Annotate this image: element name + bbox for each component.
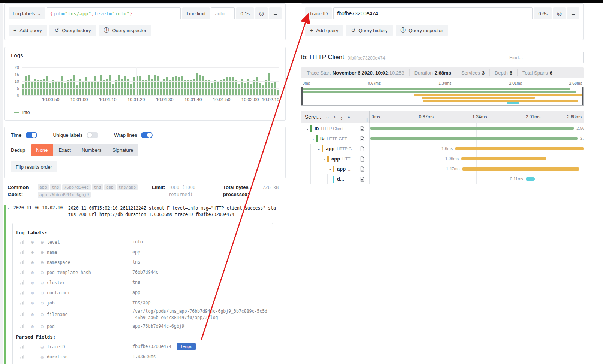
filter-out-icon[interactable]: ⊖ [37,259,47,265]
filter-out-icon[interactable]: ⊖ [37,324,47,330]
dedup-option-exact[interactable]: Exact [53,144,76,156]
page-scrollbar[interactable] [0,3,3,364]
filter-out-icon[interactable]: ⊖ [37,239,47,245]
disable-query-button[interactable]: ◎ [553,7,566,19]
span-bar-cell[interactable]: 1.6ms [370,144,584,154]
span-bar-cell[interactable]: 2.56ms [370,123,584,133]
query-inspector-button[interactable]: ⓘ Query inspector [396,25,448,36]
span-name-cell[interactable]: ⌄app... [301,164,370,174]
trace-minimap[interactable] [301,87,584,106]
query-inspector-button[interactable]: ⓘ Query inspector [99,25,152,36]
filter-out-icon[interactable]: ⊖ [37,290,47,296]
span-duration-bar[interactable] [370,137,578,140]
filter-out-icon[interactable]: ⊖ [37,270,47,276]
span-duration-bar[interactable] [455,147,584,150]
filter-for-icon[interactable]: ⊕ [27,290,37,296]
filter-for-icon[interactable]: ⊕ [27,312,37,318]
span-row-lb-httpget[interactable]: ⌄lbHTTP GET2.5ms [301,133,584,144]
split-pane-divider[interactable] [299,3,299,364]
span-duration-bar[interactable] [462,167,579,171]
remove-query-button[interactable]: – [567,7,579,19]
log-line[interactable]: ⌄ 2020-11-06 10:02:10 2020-11-06T15:02:1… [6,205,286,218]
eye-icon[interactable]: ◎ [37,354,47,360]
span-detail-icon[interactable] [360,156,364,162]
stats-icon[interactable] [18,290,27,296]
span-name-cell[interactable]: ⌄appHTTP G... [301,144,370,154]
filter-for-icon[interactable]: ⊕ [27,300,37,306]
span-row-app-httpg[interactable]: ⌄appHTTP G...1.6ms [301,144,584,154]
span-bar-cell[interactable]: 1.06ms [370,154,584,164]
span-row-app-[interactable]: ⌄app...1.47ms [301,164,584,174]
span-detail-icon[interactable] [360,146,364,151]
dedup-option-signature[interactable]: Signature [107,144,139,156]
remove-query-button[interactable]: – [269,7,282,19]
trace-id-input[interactable] [333,7,532,19]
eye-icon[interactable]: ◎ [37,344,47,350]
loki-query-input[interactable]: {job="tns/app", level="info"} [46,7,181,19]
column-resize-grip[interactable]: || [366,118,368,122]
span-duration-bar[interactable] [526,177,535,181]
stats-icon[interactable] [18,239,27,245]
stats-icon[interactable] [18,312,27,318]
add-query-button[interactable]: + Add query [9,25,46,36]
dedup-option-numbers[interactable]: Numbers [76,144,107,156]
chevron-down-icon[interactable]: ⌄ [305,126,310,130]
span-row-d[interactable]: d...0.11ms [301,174,584,184]
filter-out-icon[interactable]: ⊖ [37,249,47,255]
filter-for-icon[interactable]: ⊕ [27,249,37,255]
query-history-button[interactable]: ↺ Query history [50,25,96,36]
span-duration-bar[interactable] [461,157,546,160]
chevron-down-icon[interactable]: ⌄ [326,115,330,119]
span-bar-cell[interactable]: 0.11ms [370,174,584,184]
double-chevron-down-icon[interactable]: ⌄⌄ [340,115,343,119]
stats-icon[interactable] [18,300,27,306]
tempo-link-button[interactable]: Tempo [177,343,196,350]
filter-out-icon[interactable]: ⊖ [37,312,47,318]
chevron-down-icon[interactable]: ⌄ [322,157,327,161]
dedup-option-none[interactable]: None [31,144,53,156]
flip-results-order-button[interactable]: Flip results order [11,161,57,172]
toggle-switch-time[interactable] [26,132,37,138]
chevron-right-icon[interactable]: › [334,115,336,119]
filter-for-icon[interactable]: ⊕ [27,259,37,265]
disable-query-button[interactable]: ◎ [255,7,268,19]
trace-id-selector[interactable]: Trace ID [305,7,332,19]
span-name-cell[interactable]: ⌄lbHTTP Client [301,123,370,133]
span-row-app-htt[interactable]: ⌄appHTT...1.06ms [301,154,584,164]
span-detail-icon[interactable] [360,136,364,141]
chevron-down-icon[interactable]: ⌄ [310,136,316,141]
line-limit-input[interactable] [211,7,235,19]
filter-for-icon[interactable]: ⊕ [27,324,37,330]
filter-for-icon[interactable]: ⊕ [27,239,37,245]
chevron-down-icon[interactable]: ⌄ [327,167,333,171]
stats-icon[interactable] [18,249,27,255]
chevron-down-icon[interactable]: ⌄ [316,147,322,151]
span-detail-icon[interactable] [360,126,364,131]
span-detail-icon[interactable] [360,166,364,172]
legend-info[interactable]: info [14,110,279,115]
service-operation-header[interactable]: Servi... ⌄ › ⌄⌄ » || [301,111,370,123]
toggle-switch-wrap-lines[interactable] [141,132,153,138]
double-chevron-right-icon[interactable]: » [348,115,350,119]
filter-out-icon[interactable]: ⊖ [37,300,47,306]
log-labels-selector[interactable]: Log labels ⌄ [9,7,45,19]
span-bar-cell[interactable]: 2.5ms [370,133,584,144]
filter-out-icon[interactable]: ⊖ [37,280,47,286]
stats-icon[interactable] [18,270,27,276]
filter-for-icon[interactable]: ⊕ [27,270,37,276]
span-row-lb-httpclient[interactable]: ⌄lbHTTP Client2.56ms [301,123,584,133]
add-query-button[interactable]: + Add query [305,25,343,36]
span-name-cell[interactable]: ⌄lbHTTP GET [301,133,370,144]
stats-icon[interactable] [18,354,27,360]
span-detail-icon[interactable] [360,177,364,182]
stats-icon[interactable] [18,280,27,286]
span-duration-bar[interactable] [370,127,574,130]
span-name-cell[interactable]: d... [301,174,370,184]
chevron-down-icon[interactable]: ⌄ [8,205,14,218]
trace-find-input[interactable] [506,52,584,63]
toggle-switch-unique-labels[interactable] [87,132,98,138]
span-bar-cell[interactable]: 1.47ms [370,164,584,174]
stats-icon[interactable] [18,324,27,330]
filter-for-icon[interactable]: ⊕ [27,280,37,286]
span-name-cell[interactable]: ⌄appHTT... [301,154,370,164]
